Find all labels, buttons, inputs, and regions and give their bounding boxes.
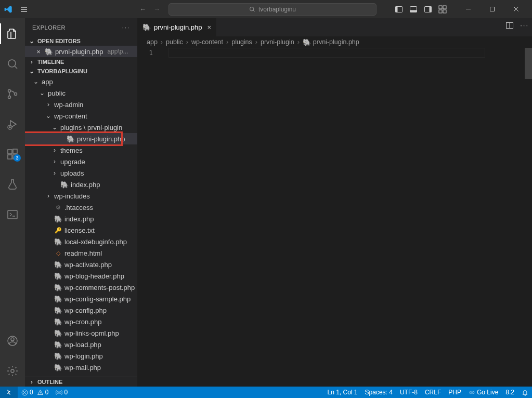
status-notifications[interactable] xyxy=(518,389,532,396)
php-icon: 🐘 xyxy=(54,329,62,337)
tree-file[interactable]: 🐘index.php xyxy=(25,179,137,190)
activity-extensions[interactable]: 3 xyxy=(0,144,25,165)
nav-back[interactable]: ← xyxy=(139,5,146,13)
explorer-more-icon[interactable]: ··· xyxy=(122,24,130,31)
status-encoding[interactable]: UTF-8 xyxy=(396,389,421,396)
activity-source-control[interactable] xyxy=(0,84,25,104)
breadcrumb-separator: › xyxy=(161,38,163,46)
close-icon[interactable]: × xyxy=(207,23,212,31)
tree-folder[interactable]: ⌄app xyxy=(25,76,137,87)
tree-file[interactable]: 🐘wp-config-sample.php xyxy=(25,293,137,304)
svg-rect-4 xyxy=(410,10,417,12)
tree-file[interactable]: 🐘wp-login.php xyxy=(25,350,137,362)
activity-explorer[interactable] xyxy=(0,23,25,44)
layout-panel-icon[interactable] xyxy=(409,5,418,14)
activity-account[interactable] xyxy=(0,330,25,351)
svg-point-13 xyxy=(8,90,11,92)
open-editor-item[interactable]: × 🐘 prvni-plugin.php app\p... xyxy=(25,46,137,57)
tree-file[interactable]: 🐘wp-activate.php xyxy=(25,259,137,270)
chevron-down-icon: ⌄ xyxy=(45,112,52,120)
activity-settings[interactable] xyxy=(0,361,25,381)
status-ext[interactable]: 8.2 xyxy=(502,389,518,396)
tree-file[interactable]: ◇readme.html xyxy=(25,247,137,259)
chevron-right-icon: › xyxy=(45,101,52,108)
tree-folder[interactable]: ›wp-admin xyxy=(25,99,137,110)
titlebar: ← → tvorbapluginu xyxy=(0,0,532,18)
nav-forward[interactable]: → xyxy=(153,5,160,13)
breadcrumb-item[interactable]: app xyxy=(147,38,158,46)
more-actions-icon[interactable]: ··· xyxy=(520,21,529,30)
tree-file[interactable]: 🐘wp-config.php xyxy=(25,304,137,316)
activity-testing[interactable] xyxy=(0,174,25,195)
vscode-icon xyxy=(4,5,12,14)
timeline-section[interactable]: › TIMELINE xyxy=(25,57,137,67)
breadcrumb-item[interactable]: plugins xyxy=(231,38,252,46)
activity-search[interactable] xyxy=(0,54,25,74)
status-ports[interactable]: 0 xyxy=(52,389,71,396)
svg-rect-17 xyxy=(8,150,12,154)
code-editor[interactable]: 1 xyxy=(137,48,532,387)
tree-item-label: .htaccess xyxy=(64,204,93,211)
breadcrumb-item[interactable]: prvni-plugin.php xyxy=(313,38,359,46)
tree-file[interactable]: 🐘wp-mail.php xyxy=(25,362,137,373)
status-cursor[interactable]: Ln 1, Col 1 xyxy=(324,389,361,396)
tree-folder[interactable]: ⌄public xyxy=(25,87,137,99)
project-label: TVORBAPLUGINU xyxy=(37,68,87,74)
status-golive[interactable]: Go Live xyxy=(465,389,502,396)
breadcrumbs[interactable]: app›public›wp-content›plugins›prvni-plug… xyxy=(137,36,532,48)
tree-file[interactable]: 🐘index.php xyxy=(25,213,137,224)
breadcrumb-item[interactable]: public xyxy=(166,38,183,46)
sidebar: EXPLORER ··· ⌄ OPEN EDITORS × 🐘 prvni-pl… xyxy=(25,18,137,387)
tree-item-label: wp-comments-post.php xyxy=(64,284,135,291)
layout-primary-icon[interactable] xyxy=(395,5,403,14)
open-editor-name: prvni-plugin.php xyxy=(55,48,103,56)
open-editors-section[interactable]: ⌄ OPEN EDITORS xyxy=(25,36,137,46)
tree-folder[interactable]: ›upgrade xyxy=(25,156,137,167)
remote-button[interactable] xyxy=(0,387,18,398)
tree-file[interactable]: 🐘local-xdebuginfo.php xyxy=(25,236,137,247)
tree-file[interactable]: 🐘wp-comments-post.php xyxy=(25,282,137,293)
activity-debug[interactable] xyxy=(0,114,25,135)
close-icon[interactable]: × xyxy=(34,48,43,56)
window-close[interactable] xyxy=(504,0,528,18)
layout-secondary-icon[interactable] xyxy=(424,5,432,14)
php-icon: 🐘 xyxy=(54,272,62,280)
tree-file[interactable]: 🐘prvni-plugin.php xyxy=(25,133,137,144)
tree-folder[interactable]: ›uploads xyxy=(25,167,137,179)
breadcrumb-item[interactable]: wp-content xyxy=(191,38,223,46)
php-icon: 🐘 xyxy=(54,215,62,223)
activity-terminal[interactable] xyxy=(0,204,25,225)
menu-button[interactable] xyxy=(17,3,31,16)
command-center[interactable]: tvorbapluginu xyxy=(168,3,377,16)
php-icon: 🐘 xyxy=(54,237,62,246)
chevron-right-icon: › xyxy=(45,192,52,200)
breadcrumb-separator: › xyxy=(186,38,188,46)
editor-tab[interactable]: 🐘 prvni-plugin.php × xyxy=(137,18,217,36)
svg-point-23 xyxy=(11,338,14,341)
window-maximize[interactable] xyxy=(480,0,504,18)
window-minimize[interactable] xyxy=(456,0,480,18)
project-section[interactable]: ⌄ TVORBAPLUGINU xyxy=(25,67,137,76)
status-problems[interactable]: 0 0 xyxy=(18,389,52,396)
tree-file[interactable]: 🐘wp-load.php xyxy=(25,339,137,350)
tree-file[interactable]: ⚙.htaccess xyxy=(25,202,137,213)
tree-file[interactable]: 🐘wp-blog-header.php xyxy=(25,270,137,282)
tree-folder[interactable]: ›themes xyxy=(25,144,137,156)
layout-customize-icon[interactable] xyxy=(438,5,447,14)
tree-item-label: wp-cron.php xyxy=(64,318,102,326)
breadcrumb-separator: › xyxy=(226,38,228,46)
status-language[interactable]: PHP xyxy=(445,389,465,396)
tree-folder[interactable]: ›wp-includes xyxy=(25,190,137,202)
tree-file[interactable]: 🔑license.txt xyxy=(25,224,137,236)
tree-folder[interactable]: ⌄plugins \ prvni-plugin xyxy=(25,122,137,133)
tree-file[interactable]: 🐘wp-links-opml.php xyxy=(25,327,137,339)
status-spaces[interactable]: Spaces: 4 xyxy=(361,389,396,396)
split-editor-icon[interactable] xyxy=(505,21,514,30)
breadcrumb-item[interactable]: prvni-plugin xyxy=(261,38,294,46)
scrollbar-vertical[interactable] xyxy=(525,48,532,387)
outline-section[interactable]: › OUTLINE xyxy=(25,377,137,387)
extensions-badge: 3 xyxy=(14,154,21,162)
tree-folder[interactable]: ⌄wp-content xyxy=(25,110,137,122)
status-eol[interactable]: CRLF xyxy=(421,389,445,396)
tree-file[interactable]: 🐘wp-cron.php xyxy=(25,316,137,327)
